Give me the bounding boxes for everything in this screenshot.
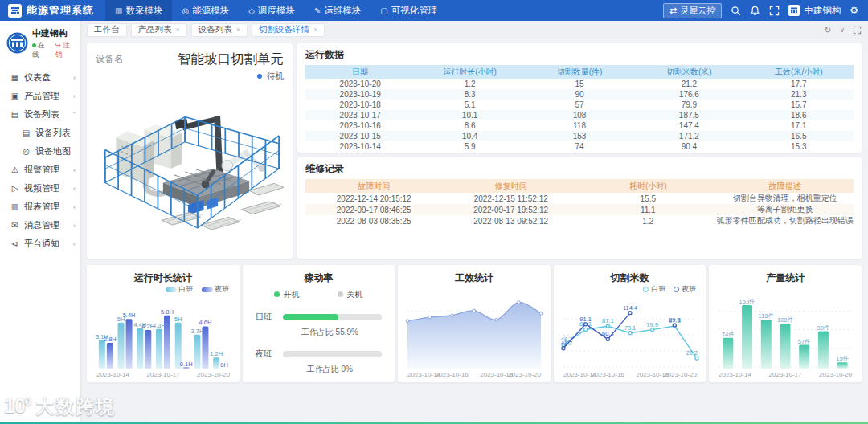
nav-menu-item-3[interactable]: ◇调度模块 <box>239 0 305 21</box>
energy-icon: ◎ <box>182 6 189 15</box>
top-navbar: 能源管理系统 ▥数采模块◎能源模块◇调度模块✎运维模块▢可视化管理 ⇄ 灵犀云控… <box>0 0 868 21</box>
running-data-card: 运行数据 日期运行时长(小时)切割数量(件)切割米数(米)工效(米/小时) 20… <box>297 43 862 153</box>
tab-close-icon[interactable]: × <box>176 26 180 34</box>
table-cell: 15 <box>525 79 634 89</box>
table-cell: 21.2 <box>634 79 743 89</box>
nav-menu-item-5[interactable]: ▢可视化管理 <box>371 0 447 21</box>
message-icon: ✉ <box>10 221 20 230</box>
svg-text:73.1: 73.1 <box>624 324 636 332</box>
company-badge[interactable]: 中建钢构 <box>788 5 841 17</box>
ops-icon: ✎ <box>314 6 321 15</box>
chart-card-cutting-meters: 切割米数白班夜班48.780.187.173.179.987.321.241.7… <box>554 265 706 382</box>
svg-text:2023-10-20: 2023-10-20 <box>197 371 230 378</box>
notice-icon: ⊲ <box>10 239 20 248</box>
cloud-control-button[interactable]: ⇄ 灵犀云控 <box>663 3 722 18</box>
shift-label: 夜班 <box>256 349 276 360</box>
legend-item-夜班[interactable]: 夜班 <box>202 284 230 295</box>
legend-dot-icon <box>338 292 343 297</box>
sidebar-item-1[interactable]: ▦仪表盘‹ <box>0 68 80 87</box>
nav-menu-item-4[interactable]: ✎运维模块 <box>305 0 371 21</box>
sidebar-item-2[interactable]: ▣产品管理‹ <box>0 87 80 105</box>
sidebar-item-3[interactable]: ▤设备列表ˇ <box>0 105 80 124</box>
gear-icon[interactable]: ⚙ <box>850 5 858 16</box>
table-cell: 5.1 <box>415 100 524 110</box>
company-logo-icon <box>788 5 800 16</box>
table-cell: 切割台异物清理，相机重定位 <box>717 193 854 204</box>
table-row: 2022-12-14 20:15:122022-12-15 11:52:1215… <box>305 193 854 204</box>
device-3d-render <box>96 90 284 244</box>
svg-text:2.8H: 2.8H <box>104 336 117 343</box>
table-cell: 10.4 <box>415 131 524 141</box>
logout-button[interactable]: ↪ 注销 <box>55 41 76 60</box>
legend-item-关机[interactable]: 关机 <box>338 289 362 300</box>
refresh-icon[interactable]: ↻ <box>824 25 831 35</box>
nav-menu-item-2[interactable]: ◎能源模块 <box>172 0 239 21</box>
nav-menu-item-1[interactable]: ▥数采模块 <box>105 0 172 21</box>
tab-3[interactable]: 设备列表× <box>191 23 248 37</box>
search-icon[interactable] <box>731 6 741 16</box>
svg-text:2023-10-14: 2023-10-14 <box>96 371 129 378</box>
sidebar-item-9[interactable]: ✉消息管理‹ <box>0 216 80 234</box>
sidebar-item-6[interactable]: ⚠报警管理‹ <box>0 161 80 179</box>
svg-text:91.1: 91.1 <box>579 316 592 323</box>
sidebar-item-7[interactable]: ▷视频管理‹ <box>0 179 80 198</box>
navbar-right: ⇄ 灵犀云控 中建钢构 ⚙ <box>663 3 868 18</box>
table-cell: 21.3 <box>744 89 854 100</box>
utilization-panel: 开机关机日班工作占比 55.9%夜班工作占比 0% <box>248 284 391 382</box>
running-data-title: 运行数据 <box>305 48 854 62</box>
column-header: 故障描述 <box>717 179 854 193</box>
tab-close-icon[interactable]: × <box>236 26 240 34</box>
legend-item-夜班[interactable]: 夜班 <box>674 284 696 295</box>
column-header: 运行时长(小时) <box>415 65 524 79</box>
table-row: 2023-10-185.15779.915.7 <box>305 100 854 110</box>
table-row: 2022-08-03 08:35:252022-08-13 09:52:121.… <box>305 215 854 226</box>
legend-marker-icon <box>166 287 177 292</box>
sidebar-item-4[interactable]: ▤设备列表 <box>0 124 80 142</box>
table-cell: 108 <box>525 110 634 120</box>
table-cell: 2022-08-03 08:35:25 <box>305 215 443 226</box>
column-header: 切割米数(米) <box>634 65 743 79</box>
progress-track <box>283 351 383 357</box>
fullscreen-icon[interactable] <box>769 6 780 16</box>
report-icon: ▥ <box>10 202 20 211</box>
chart-plot: 74件153件118件108件57件90件15件2023-10-142023-1… <box>714 284 857 379</box>
chevron-down-icon[interactable]: ∨ <box>839 26 845 34</box>
svg-text:79.9: 79.9 <box>646 321 658 328</box>
repair-record-title: 维修记录 <box>305 162 854 176</box>
table-cell: 15.5 <box>579 193 717 204</box>
table-cell: 2023-10-19 <box>305 89 415 100</box>
sidebar-item-5[interactable]: ◎设备地图 <box>0 142 80 161</box>
legend-item-开机[interactable]: 开机 <box>274 289 299 300</box>
chart-plot: 3.1H5H4.4H4.3H5H3.7H1.2H2.8H5.4H4.2H5.8H… <box>92 295 235 379</box>
sidebar-item-10[interactable]: ⊲平台通知‹ <box>0 234 80 253</box>
repair-record-header: 故障时间修复时间耗时(小时)故障描述 <box>305 179 854 193</box>
table-cell: 8.6 <box>415 120 524 131</box>
dashboard-icon: ▦ <box>10 73 20 82</box>
tabs-container: 工作台产品列表×设备列表×切割设备详情× <box>87 23 325 37</box>
svg-text:5.4H: 5.4H <box>123 312 136 319</box>
svg-text:41.7: 41.7 <box>560 340 572 347</box>
svg-text:2023-10-17: 2023-10-17 <box>147 371 180 378</box>
shift-label: 日班 <box>256 312 276 323</box>
legend-item-白班[interactable]: 白班 <box>643 284 665 295</box>
running-data-table: 日期运行时长(小时)切割数量(件)切割米数(米)工效(米/小时) 2023-10… <box>305 65 854 152</box>
bell-icon[interactable] <box>750 6 760 16</box>
online-status: 在线 <box>32 41 51 60</box>
expand-icon[interactable] <box>853 26 862 35</box>
table-cell: 2023-10-18 <box>305 100 415 110</box>
table-cell: 8.3 <box>415 89 524 100</box>
chevron-icon: ‹ <box>73 166 76 174</box>
sidebar-item-8[interactable]: ▥报表管理‹ <box>0 198 80 216</box>
tab-1[interactable]: 工作台 <box>87 23 127 37</box>
legend-item-白班[interactable]: 白班 <box>166 284 194 295</box>
tab-4[interactable]: 切割设备详情× <box>252 23 325 37</box>
shift-progress-row: 日班 <box>256 312 383 323</box>
svg-text:2023-10-20: 2023-10-20 <box>664 371 697 378</box>
tab-close-icon[interactable]: × <box>313 26 317 34</box>
table-cell: 17.7 <box>744 79 854 89</box>
column-header: 工效(米/小时) <box>744 65 854 79</box>
table-row: 2023-10-1510.4153171.216.5 <box>305 131 854 141</box>
tab-tools: ↻ ∨ <box>824 25 862 35</box>
tab-2[interactable]: 产品列表× <box>131 23 187 37</box>
chevron-icon: ‹ <box>73 222 76 230</box>
